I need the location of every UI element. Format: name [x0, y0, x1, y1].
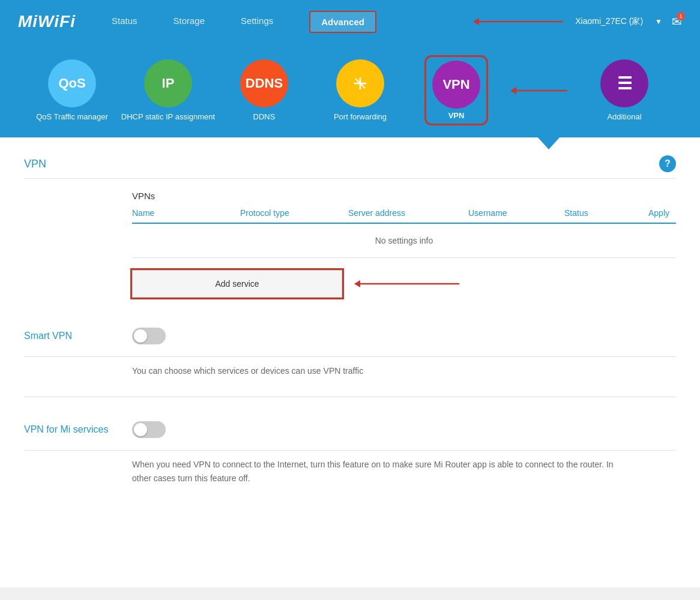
qos-icon: QoS — [48, 59, 96, 107]
col-username: Username — [468, 208, 564, 218]
col-protocol: Protocol type — [240, 208, 348, 218]
header-right: Xiaomi_27EC (家) ▼ ✉ 1 — [575, 14, 682, 29]
add-service-button[interactable]: Add service — [132, 270, 342, 298]
svg-marker-6 — [510, 87, 516, 94]
ddns-label: DDNS — [253, 112, 276, 121]
subnav-dhcp[interactable]: IP DHCP static IP assignment — [120, 59, 216, 121]
add-service-area: Add service — [132, 270, 676, 298]
smart-vpn-row: Smart VPN — [24, 316, 676, 357]
wifi-name-label: Xiaomi_27EC (家) — [575, 16, 643, 27]
subnav-vpn[interactable]: VPN VPN — [408, 55, 504, 125]
port-icon-svg — [349, 73, 371, 94]
advanced-arrow — [473, 16, 569, 28]
nav-storage[interactable]: Storage — [173, 11, 205, 33]
mail-icon[interactable]: ✉ 1 — [672, 14, 682, 29]
col-status: Status — [564, 208, 648, 218]
dhcp-label: DHCP static IP assignment — [121, 112, 215, 121]
table-empty-message: No settings info — [132, 224, 676, 258]
vpn-arrow — [510, 85, 570, 97]
toggle-knob-mi — [134, 423, 147, 436]
table-header: Name Protocol type Server address Userna… — [132, 208, 676, 224]
ddns-icon: DDNS — [240, 59, 288, 107]
additional-icon: ☰ — [600, 59, 648, 107]
nav-status[interactable]: Status — [112, 11, 137, 33]
nav-settings[interactable]: Settings — [241, 11, 273, 33]
col-apply: Apply — [648, 208, 676, 218]
divider-1 — [24, 397, 676, 397]
vpns-label: VPNs — [132, 191, 676, 201]
vpn-section-title: VPN — [24, 158, 46, 170]
main-nav: Status Storage Settings Advanced — [112, 11, 473, 33]
triangle-pointer — [537, 136, 561, 149]
add-service-arrow — [354, 278, 462, 290]
vpn-mi-services-label: VPN for Mi services — [24, 424, 132, 435]
port-forwarding-icon — [336, 59, 384, 107]
main-content: VPN ? VPNs Name Protocol type Server add… — [0, 137, 700, 587]
subnav-port-forwarding[interactable]: Port forwarding — [312, 59, 408, 121]
toggle-knob — [134, 329, 147, 343]
smart-vpn-toggle[interactable] — [132, 328, 166, 344]
vpn-section-header: VPN ? — [24, 155, 676, 179]
subnav-qos[interactable]: QoS QoS Traffic manager — [24, 59, 120, 121]
add-service-arrow-svg — [354, 278, 462, 290]
additional-label: Additional — [607, 112, 641, 121]
nav-advanced[interactable]: Advanced — [309, 11, 376, 33]
port-forwarding-label: Port forwarding — [334, 112, 387, 121]
col-name: Name — [132, 208, 240, 218]
vpn-mi-services-description: When you need VPN to connect to the Inte… — [132, 451, 624, 492]
help-icon[interactable]: ? — [659, 155, 676, 172]
svg-marker-8 — [354, 280, 360, 287]
vpn-icon: VPN — [432, 61, 480, 109]
logo: MiWiFi — [18, 12, 76, 31]
svg-marker-1 — [473, 18, 479, 25]
col-server: Server address — [348, 208, 468, 218]
vpn-label: VPN — [448, 111, 465, 120]
qos-label: QoS Traffic manager — [36, 112, 108, 121]
sub-nav: QoS QoS Traffic manager IP DHCP static I… — [0, 43, 700, 137]
smart-vpn-description: You can choose which services or devices… — [132, 357, 624, 385]
mail-badge: 1 — [677, 12, 685, 20]
vpn-mi-services-row: VPN for Mi services — [24, 409, 676, 451]
dhcp-icon: IP — [144, 59, 192, 107]
smart-vpn-label: Smart VPN — [24, 331, 132, 341]
subnav-ddns[interactable]: DDNS DDNS — [216, 59, 312, 121]
vpn-mi-services-toggle[interactable] — [132, 421, 166, 438]
header: MiWiFi Status Storage Settings Advanced … — [0, 0, 700, 43]
vpn-table: Name Protocol type Server address Userna… — [132, 208, 676, 258]
subnav-additional[interactable]: ☰ Additional — [576, 59, 672, 121]
chevron-down-icon[interactable]: ▼ — [655, 17, 662, 26]
